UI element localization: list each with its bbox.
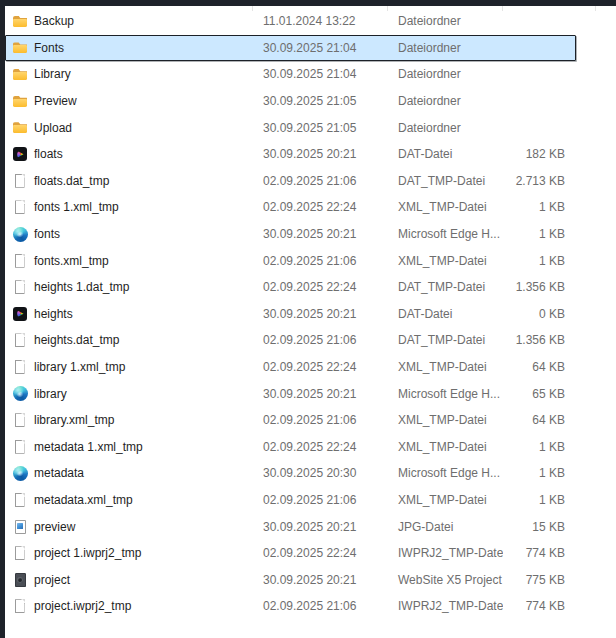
file-size: 774 KB <box>503 546 565 560</box>
file-size: 1 KB <box>503 440 565 454</box>
file-size: 0 KB <box>503 307 565 321</box>
file-size: 1 KB <box>503 200 565 214</box>
file-date-modified: 02.09.2025 22:24 <box>253 200 388 214</box>
file-name-cell: Backup <box>6 13 253 29</box>
file-name-cell: library.xml_tmp <box>6 412 253 428</box>
file-row[interactable]: Upload 30.09.2025 21:05 Dateiordner <box>5 114 576 141</box>
file-type: DAT-Datei <box>388 307 503 321</box>
document-icon <box>12 492 28 508</box>
file-type: XML_TMP-Datei <box>388 440 503 454</box>
file-row[interactable]: Preview 30.09.2025 21:05 Dateiordner <box>5 88 576 115</box>
file-date-modified: 30.09.2025 20:21 <box>253 573 388 587</box>
file-name: fonts.xml_tmp <box>34 254 109 268</box>
file-size: 64 KB <box>503 413 565 427</box>
file-type: Dateiordner <box>388 67 503 81</box>
file-row[interactable]: floats.dat_tmp 02.09.2025 21:06 DAT_TMP-… <box>5 168 576 195</box>
file-row[interactable]: project 1.iwprj2_tmp 02.09.2025 22:24 IW… <box>5 540 576 567</box>
document-icon <box>12 439 28 455</box>
file-name-cell: fonts <box>6 226 253 242</box>
file-date-modified: 02.09.2025 22:24 <box>253 546 388 560</box>
document-icon <box>12 199 28 215</box>
file-list: Backup 11.01.2024 13:22 Dateiordner Font… <box>5 8 611 620</box>
file-row[interactable]: metadata 30.09.2025 20:30 Microsoft Edge… <box>5 460 576 487</box>
file-name: library.xml_tmp <box>34 413 114 427</box>
file-size: 1.356 KB <box>503 280 565 294</box>
file-type: XML_TMP-Datei <box>388 254 503 268</box>
file-row[interactable]: Backup 11.01.2024 13:22 Dateiordner <box>5 8 576 35</box>
file-row[interactable]: heights 30.09.2025 20:21 DAT-Datei 0 KB <box>5 301 576 328</box>
edge-icon <box>12 465 28 481</box>
file-type: XML_TMP-Datei <box>388 413 503 427</box>
file-date-modified: 02.09.2025 22:24 <box>253 440 388 454</box>
file-date-modified: 30.09.2025 21:05 <box>253 121 388 135</box>
file-name-cell: preview <box>6 519 253 535</box>
edge-icon <box>12 226 28 242</box>
file-name-cell: metadata.xml_tmp <box>6 492 253 508</box>
file-row[interactable]: library.xml_tmp 02.09.2025 21:06 XML_TMP… <box>5 407 576 434</box>
file-date-modified: 30.09.2025 20:21 <box>253 307 388 321</box>
media-app-icon <box>12 146 28 162</box>
file-type: DAT_TMP-Datei <box>388 174 503 188</box>
file-date-modified: 02.09.2025 21:06 <box>253 174 388 188</box>
document-icon <box>12 279 28 295</box>
file-row[interactable]: metadata 1.xml_tmp 02.09.2025 22:24 XML_… <box>5 434 576 461</box>
file-row[interactable]: heights.dat_tmp 02.09.2025 21:06 DAT_TMP… <box>5 327 576 354</box>
file-row[interactable]: heights 1.dat_tmp 02.09.2025 22:24 DAT_T… <box>5 274 576 301</box>
file-name: library <box>34 387 67 401</box>
file-type: Dateiordner <box>388 121 503 135</box>
file-name: Upload <box>34 121 72 135</box>
file-type: JPG-Datei <box>388 520 503 534</box>
file-name-cell: Upload <box>6 120 253 136</box>
file-type: DAT_TMP-Datei <box>388 280 503 294</box>
file-row[interactable]: library 30.09.2025 20:21 Microsoft Edge … <box>5 380 576 407</box>
file-date-modified: 11.01.2024 13:22 <box>253 14 388 28</box>
explorer-window: { "window": { "edge_color": "#1e222a", "… <box>0 0 616 638</box>
file-row[interactable]: Library 30.09.2025 21:04 Dateiordner <box>5 61 576 88</box>
file-row[interactable]: project.iwprj2_tmp 02.09.2025 21:06 IWPR… <box>5 593 576 620</box>
file-row[interactable]: fonts.xml_tmp 02.09.2025 21:06 XML_TMP-D… <box>5 247 576 274</box>
file-row[interactable]: project 30.09.2025 20:21 WebSite X5 Proj… <box>5 566 576 593</box>
file-row[interactable]: fonts 30.09.2025 20:21 Microsoft Edge H.… <box>5 221 576 248</box>
file-type: Dateiordner <box>388 41 503 55</box>
document-icon <box>12 332 28 348</box>
file-date-modified: 30.09.2025 20:21 <box>253 147 388 161</box>
document-icon <box>12 173 28 189</box>
file-name-cell: Preview <box>6 93 253 109</box>
file-date-modified: 02.09.2025 21:06 <box>253 493 388 507</box>
file-row-selected[interactable]: Fonts 30.09.2025 21:04 Dateiordner <box>5 35 576 62</box>
folder-icon <box>12 13 28 29</box>
file-date-modified: 30.09.2025 20:30 <box>253 466 388 480</box>
file-row[interactable]: fonts 1.xml_tmp 02.09.2025 22:24 XML_TMP… <box>5 194 576 221</box>
file-name: fonts 1.xml_tmp <box>34 200 119 214</box>
file-name-cell: library <box>6 386 253 402</box>
file-type: XML_TMP-Datei <box>388 493 503 507</box>
document-icon <box>12 359 28 375</box>
file-size: 15 KB <box>503 520 565 534</box>
file-row[interactable]: library 1.xml_tmp 02.09.2025 22:24 XML_T… <box>5 354 576 381</box>
file-type: XML_TMP-Datei <box>388 200 503 214</box>
file-name: metadata 1.xml_tmp <box>34 440 143 454</box>
file-name: Backup <box>34 14 74 28</box>
file-size: 1 KB <box>503 466 565 480</box>
folder-icon <box>12 40 28 56</box>
file-date-modified: 02.09.2025 21:06 <box>253 333 388 347</box>
media-app-icon <box>12 306 28 322</box>
file-date-modified: 30.09.2025 20:21 <box>253 227 388 241</box>
file-name-cell: Fonts <box>6 40 253 56</box>
website-x5-icon <box>12 572 28 588</box>
file-name: floats <box>34 147 63 161</box>
file-date-modified: 02.09.2025 21:06 <box>253 413 388 427</box>
file-name: project.iwprj2_tmp <box>34 599 131 613</box>
file-name: Preview <box>34 94 77 108</box>
file-row[interactable]: preview 30.09.2025 20:21 JPG-Datei 15 KB <box>5 513 576 540</box>
file-date-modified: 30.09.2025 21:04 <box>253 41 388 55</box>
file-name-cell: floats.dat_tmp <box>6 173 253 189</box>
file-row[interactable]: floats 30.09.2025 20:21 DAT-Datei 182 KB <box>5 141 576 168</box>
file-name-cell: heights <box>6 306 253 322</box>
file-date-modified: 30.09.2025 20:21 <box>253 520 388 534</box>
folder-icon <box>12 66 28 82</box>
file-date-modified: 30.09.2025 20:21 <box>253 387 388 401</box>
file-name: preview <box>34 520 75 534</box>
file-row[interactable]: metadata.xml_tmp 02.09.2025 21:06 XML_TM… <box>5 487 576 514</box>
file-name-cell: project.iwprj2_tmp <box>6 598 253 614</box>
